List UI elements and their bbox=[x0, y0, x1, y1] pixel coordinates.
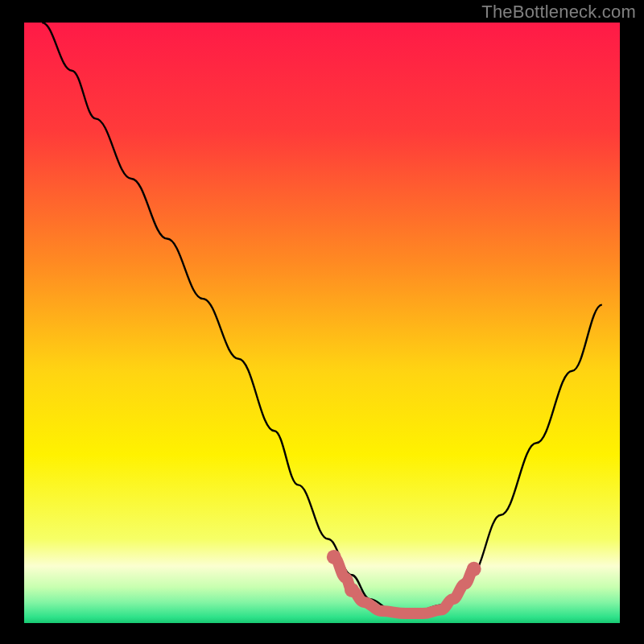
highlight-dot bbox=[327, 550, 341, 564]
chart-stage: TheBottleneck.com bbox=[0, 0, 644, 644]
highlight-dot bbox=[345, 583, 359, 597]
bottleneck-chart bbox=[0, 0, 644, 644]
watermark-text: TheBottleneck.com bbox=[481, 2, 636, 23]
highlight-dot bbox=[467, 562, 481, 576]
